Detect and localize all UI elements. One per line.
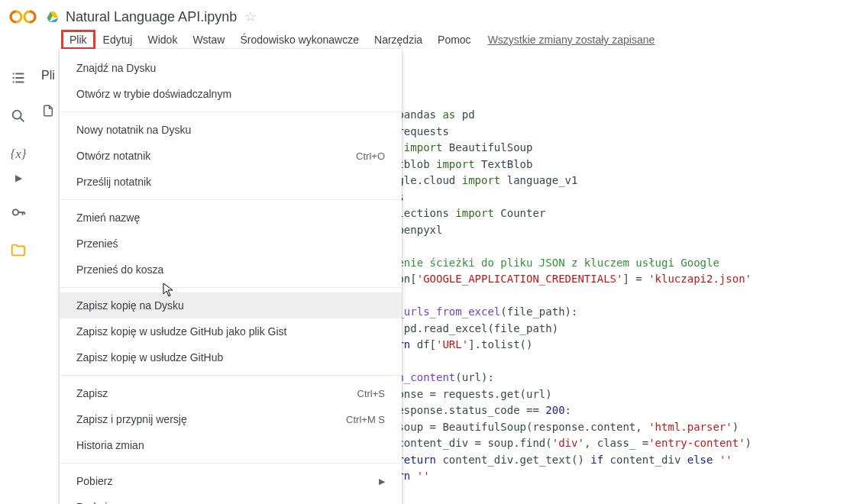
svg-point-2 [13, 111, 21, 119]
menu-runtime[interactable]: Środowisko wykonawcze [232, 31, 367, 49]
menu-item-label: Otwórz w trybie doświadczalnym [76, 88, 231, 100]
menu-help[interactable]: Pomoc [430, 31, 479, 49]
menu-item[interactable]: Pobierz▶ [60, 468, 402, 494]
menu-item[interactable]: Przenieś [60, 231, 402, 257]
menu-shortcut: Ctrl+S [357, 388, 385, 399]
menu-item-label: Otwórz notatnik [76, 150, 150, 162]
menu-shortcut: Ctrl+P [357, 502, 385, 505]
cursor-icon [163, 283, 175, 298]
header: Natural Language API.ipynb ☆ [0, 0, 847, 27]
menu-item[interactable]: Otwórz notatnikCtrl+O [60, 143, 402, 169]
menu-item[interactable]: Zmień nazwę [60, 205, 402, 231]
variables-icon[interactable]: {x} [9, 145, 27, 163]
menu-item[interactable]: Prześlij notatnik [60, 169, 402, 195]
menu-item-label: Znajdź na Dysku [76, 62, 156, 74]
menu-item-label: Pobierz [76, 475, 112, 487]
menu-item-label: Zapisz [76, 387, 108, 399]
menu-tools[interactable]: Narzędzia [367, 31, 430, 49]
menu-item-label: Zapisz kopię na Dysku [76, 299, 184, 312]
menu-divider [60, 375, 402, 376]
search-icon[interactable] [9, 107, 27, 125]
body-area: {x} ▶ Pli Znajdź na DyskuOtwórz w trybie… [0, 53, 847, 504]
menu-item[interactable]: ZapiszCtrl+S [60, 380, 402, 406]
files-icon[interactable] [9, 241, 27, 260]
secrets-icon[interactable] [9, 203, 27, 221]
menu-item[interactable]: Znajdź na Dysku [60, 55, 402, 81]
star-icon[interactable]: ☆ [244, 8, 257, 25]
menu-divider [60, 287, 402, 288]
menu-divider [60, 463, 402, 464]
colab-logo [9, 8, 37, 26]
menu-shortcut: Ctrl+M S [346, 414, 385, 425]
main-area: Znajdź na DyskuOtwórz w trybie doświadcz… [55, 53, 847, 504]
menu-divider [60, 199, 402, 200]
save-status[interactable]: Wszystkie zmiany zostały zapisane [488, 34, 655, 46]
submenu-arrow-icon: ▶ [379, 477, 385, 486]
menu-item[interactable]: Nowy notatnik na Dysku [60, 117, 402, 143]
document-title[interactable]: Natural Language API.ipynb [66, 9, 237, 25]
menu-item-label: Przenieś [76, 237, 118, 250]
menu-insert[interactable]: Wstaw [185, 31, 232, 49]
menu-item[interactable]: DrukujCtrl+P [60, 494, 402, 504]
menu-view[interactable]: Widok [140, 31, 185, 49]
menu-item[interactable]: Zapisz i przypnij wersjęCtrl+M S [60, 406, 402, 432]
menu-item-label: Drukuj [76, 501, 107, 504]
chevron-right-icon[interactable]: ▶ [15, 173, 22, 183]
svg-line-3 [21, 118, 24, 122]
menu-item-label: Prześlij notatnik [76, 176, 151, 188]
menu-item[interactable]: Historia zmian [60, 432, 402, 458]
menu-divider [60, 111, 402, 112]
menu-item-label: Zapisz kopię w usłudze GitHub [76, 351, 223, 363]
menu-item-label: Historia zmian [76, 439, 144, 451]
drive-icon [46, 10, 60, 24]
menu-edit[interactable]: Edytuj [95, 31, 141, 49]
menu-item[interactable]: Zapisz kopię w usłudze GitHub [60, 344, 402, 370]
menu-item[interactable]: Otwórz w trybie doświadczalnym [60, 81, 402, 107]
menu-item-label: Zapisz i przypnij wersję [76, 413, 187, 425]
menu-item-label: Zapisz kopię w usłudze GitHub jako plik … [76, 325, 286, 338]
menu-item-label: Zmień nazwę [76, 212, 140, 224]
left-rail: {x} ▶ [0, 53, 37, 504]
code-cell[interactable]: pandas as pd requests4 import BeautifulS… [391, 107, 847, 504]
menu-item[interactable]: Przenieś do kosza [60, 257, 402, 283]
file-menu-dropdown: Znajdź na DyskuOtwórz w trybie doświadcz… [60, 49, 402, 504]
menu-shortcut: Ctrl+O [356, 150, 385, 162]
menu-item-label: Przenieś do kosza [76, 263, 163, 276]
menu-item[interactable]: Zapisz kopię w usłudze GitHub jako plik … [60, 318, 402, 344]
menu-file[interactable]: Plik [61, 30, 95, 50]
toc-icon[interactable] [9, 69, 27, 87]
svg-point-4 [13, 209, 18, 215]
menu-item[interactable]: Zapisz kopię na Dysku [60, 292, 402, 318]
menu-item-label: Nowy notatnik na Dysku [76, 124, 191, 136]
files-panel-title: Pli [41, 69, 55, 82]
file-item-icon[interactable] [41, 104, 55, 121]
files-panel: Pli [37, 53, 55, 504]
